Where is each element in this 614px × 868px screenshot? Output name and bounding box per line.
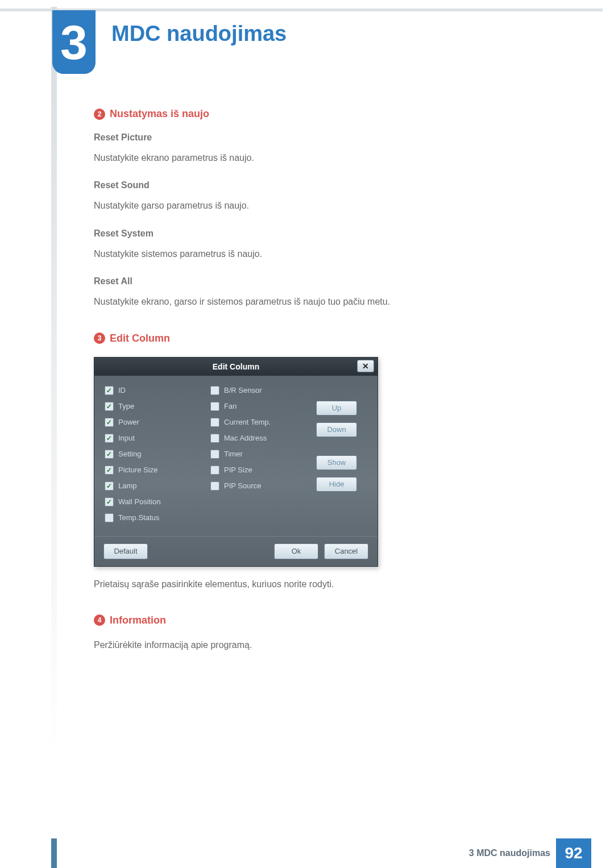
column-option[interactable]: Timer xyxy=(210,450,312,459)
page-footer: 3 MDC naudojimas 92 xyxy=(0,838,603,868)
column-option[interactable]: ✓Power xyxy=(105,418,206,427)
column-option[interactable]: ✓Lamp xyxy=(105,481,206,491)
columns-right: B/R SensorFanCurrent Temp.Mac AddressTim… xyxy=(210,386,312,529)
section-information-title: Information xyxy=(110,614,166,626)
footer-left-accent xyxy=(51,838,57,868)
chapter-number-badge: 3 xyxy=(52,10,96,74)
column-option[interactable]: ✓Type xyxy=(105,402,206,411)
edit-column-dialog: Edit Column ✕ ✓ID✓Type✓Power✓Input✓Setti… xyxy=(94,357,378,567)
reset-sound-heading: Reset Sound xyxy=(94,180,549,190)
dialog-titlebar: Edit Column ✕ xyxy=(94,358,377,376)
checkbox-checked-icon: ✓ xyxy=(105,466,114,475)
column-option[interactable]: Current Temp. xyxy=(210,418,312,427)
checkbox-checked-icon: ✓ xyxy=(105,386,114,395)
checkbox-checked-icon: ✓ xyxy=(105,402,114,411)
checkbox-icon xyxy=(210,481,219,491)
section-editcolumn-heading: 3 Edit Column xyxy=(94,333,549,344)
column-option-label: B/R Sensor xyxy=(224,386,262,394)
checkbox-icon xyxy=(210,418,219,427)
column-option-label: Fan xyxy=(224,402,237,410)
ok-button[interactable]: Ok xyxy=(274,543,318,559)
spacer xyxy=(316,444,367,448)
column-option-label: ID xyxy=(118,386,126,394)
checkbox-icon xyxy=(210,450,219,459)
checkbox-checked-icon: ✓ xyxy=(105,450,114,459)
column-option[interactable]: Temp.Status xyxy=(105,513,206,522)
chapter-title: MDC naudojimas xyxy=(111,22,287,46)
checkbox-checked-icon: ✓ xyxy=(105,497,114,506)
column-option-label: Power xyxy=(118,418,139,426)
dialog-footer: Default Ok Cancel xyxy=(94,536,377,566)
left-margin-stripe xyxy=(51,7,57,760)
reset-all-text: Nustatykite ekrano, garso ir sistemos pa… xyxy=(94,296,549,308)
column-option[interactable]: Mac Address xyxy=(210,434,312,443)
column-option[interactable]: ✓Picture Size xyxy=(105,466,206,475)
column-option-label: Current Temp. xyxy=(224,418,271,426)
column-option-label: Picture Size xyxy=(118,466,157,474)
reset-system-text: Nustatykite sistemos parametrus iš naujo… xyxy=(94,248,549,260)
column-option[interactable]: B/R Sensor xyxy=(210,386,312,395)
side-buttons: Up Down Show Hide xyxy=(316,386,367,529)
show-button[interactable]: Show xyxy=(316,455,357,470)
reset-sound-text: Nustatykite garso parametrus iš naujo. xyxy=(94,200,549,212)
columns-left: ✓ID✓Type✓Power✓Input✓Setting✓Picture Siz… xyxy=(105,386,206,529)
close-icon: ✕ xyxy=(362,362,369,371)
column-option-label: Setting xyxy=(118,450,141,458)
column-option-label: Mac Address xyxy=(224,434,267,442)
column-option[interactable]: Fan xyxy=(210,402,312,411)
section-editcolumn-title: Edit Column xyxy=(110,333,170,344)
column-option[interactable]: ✓Wall Position xyxy=(105,497,206,506)
default-button[interactable]: Default xyxy=(103,543,148,559)
column-option-label: Input xyxy=(118,434,135,442)
reset-all-heading: Reset All xyxy=(94,276,549,286)
page-number: 92 xyxy=(556,838,591,868)
dialog-body: ✓ID✓Type✓Power✓Input✓Setting✓Picture Siz… xyxy=(94,376,377,536)
column-option-label: Wall Position xyxy=(118,497,161,506)
column-option-label: Timer xyxy=(224,450,243,458)
section-number-4: 4 xyxy=(94,614,105,626)
column-option-label: Lamp xyxy=(118,481,137,490)
checkbox-icon xyxy=(210,434,219,443)
column-option-label: PIP Size xyxy=(224,466,252,474)
footer-label: 3 MDC naudojimas xyxy=(469,848,550,858)
checkbox-checked-icon: ✓ xyxy=(105,434,114,443)
up-button[interactable]: Up xyxy=(316,401,357,416)
section-reset-heading: 2 Nustatymas iš naujo xyxy=(94,108,549,120)
down-button[interactable]: Down xyxy=(316,422,357,437)
hide-button[interactable]: Hide xyxy=(316,477,357,492)
column-option[interactable]: ✓Setting xyxy=(105,450,206,459)
section-number-2: 2 xyxy=(94,109,105,120)
reset-picture-heading: Reset Picture xyxy=(94,132,549,143)
column-option-label: PIP Source xyxy=(224,481,262,490)
reset-picture-text: Nustatykite ekrano parametrus iš naujo. xyxy=(94,152,549,164)
checkbox-icon xyxy=(210,402,219,411)
edit-column-caption: Prietaisų sąraše pasirinkite elementus, … xyxy=(94,578,549,591)
checkbox-icon xyxy=(105,513,114,522)
column-option[interactable]: ✓ID xyxy=(105,386,206,395)
column-option[interactable]: PIP Size xyxy=(210,466,312,475)
close-button[interactable]: ✕ xyxy=(357,360,374,372)
checkbox-icon xyxy=(210,386,219,395)
section-number-3: 3 xyxy=(94,333,105,344)
column-option[interactable]: ✓Input xyxy=(105,434,206,443)
dialog-title: Edit Column xyxy=(213,362,259,371)
column-option-label: Type xyxy=(118,402,134,410)
cancel-button[interactable]: Cancel xyxy=(324,543,368,559)
section-reset-title: Nustatymas iš naujo xyxy=(110,108,209,120)
section-information-heading: 4 Information xyxy=(94,614,549,626)
checkbox-checked-icon: ✓ xyxy=(105,418,114,427)
information-text: Peržiūrėkite informaciją apie programą. xyxy=(94,639,549,651)
reset-system-heading: Reset System xyxy=(94,229,549,239)
column-option-label: Temp.Status xyxy=(118,513,159,522)
column-option[interactable]: PIP Source xyxy=(210,481,312,491)
checkbox-checked-icon: ✓ xyxy=(105,481,114,491)
page-content: 2 Nustatymas iš naujo Reset Picture Nust… xyxy=(94,108,549,667)
checkbox-icon xyxy=(210,466,219,475)
